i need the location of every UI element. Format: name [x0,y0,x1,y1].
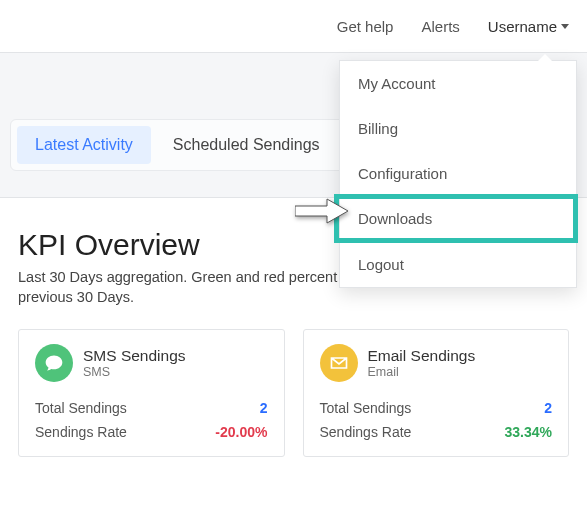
get-help-link[interactable]: Get help [337,18,394,35]
kpi-cards: SMS Sendings SMS Total Sendings 2 Sendin… [18,329,569,457]
metric-label: Sendings Rate [35,424,127,440]
tab-latest-activity[interactable]: Latest Activity [17,126,151,164]
envelope-icon [320,344,358,382]
card-title: Email Sendings [368,347,476,365]
dropdown-item-configuration[interactable]: Configuration [340,151,576,196]
card-email: Email Sendings Email Total Sendings 2 Se… [303,329,570,457]
svg-marker-0 [295,199,348,223]
user-dropdown: My Account Billing Configuration Downloa… [339,60,577,288]
card-subtitle: Email [368,365,476,379]
card-subtitle: SMS [83,365,186,379]
tab-scheduled-sendings[interactable]: Scheduled Sendings [155,126,338,164]
username-label: Username [488,18,557,35]
metric-value-rate: -20.00% [215,424,267,440]
metric-value-rate: 33.34% [505,424,552,440]
metric-value-total: 2 [260,400,268,416]
user-menu-trigger[interactable]: Username [488,18,569,35]
metric-label: Total Sendings [320,400,412,416]
metric-value-total: 2 [544,400,552,416]
dropdown-item-billing[interactable]: Billing [340,106,576,151]
alerts-link[interactable]: Alerts [421,18,459,35]
card-sms: SMS Sendings SMS Total Sendings 2 Sendin… [18,329,285,457]
dropdown-item-logout[interactable]: Logout [340,242,576,287]
metric-label: Sendings Rate [320,424,412,440]
metric-label: Total Sendings [35,400,127,416]
arrow-right-icon [295,198,349,228]
card-title: SMS Sendings [83,347,186,365]
card-head: SMS Sendings SMS [35,344,268,382]
dropdown-item-downloads[interactable]: Downloads [340,196,576,241]
chat-bubble-icon [35,344,73,382]
dropdown-item-my-account[interactable]: My Account [340,61,576,106]
card-head: Email Sendings Email [320,344,553,382]
topbar: Get help Alerts Username [0,0,587,52]
chevron-down-icon [561,24,569,29]
